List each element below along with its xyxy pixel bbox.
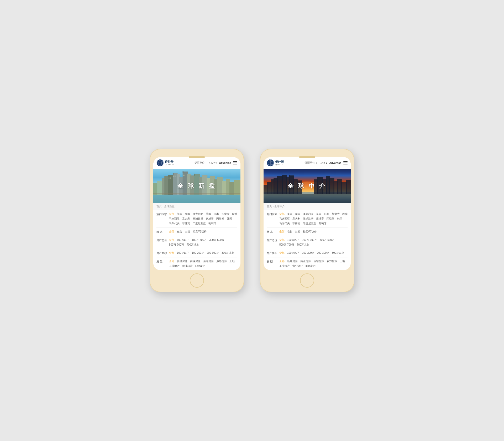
filter-tag-13[interactable]: 韩国 (227, 217, 232, 221)
filter-tag-14[interactable]: 马尔代夫 (169, 222, 180, 225)
filter-tag-2[interactable]: 100万-300万 (302, 238, 317, 242)
filter-tag-1[interactable]: 100万以下 (287, 238, 300, 242)
filter-tag-3[interactable]: 澳大利亚 (193, 212, 203, 216)
filter-tag-0[interactable]: 全部 (279, 238, 285, 242)
filter-tag-4[interactable]: 300㎡以上 (222, 251, 234, 255)
filter-tag-3[interactable]: 住宅房源 (313, 260, 324, 263)
filter-tag-1[interactable]: 100㎡以下 (177, 251, 189, 255)
filter-tag-0[interactable]: 全部 (169, 230, 174, 234)
filter-tag-8[interactable]: 马来西亚 (169, 217, 180, 221)
filter-tag-0[interactable]: 全部 (169, 212, 174, 216)
filter-tag-3[interactable]: 300万-500万 (319, 238, 334, 242)
menu-icon[interactable] (343, 161, 348, 164)
filter-tag-1[interactable]: 新建房源 (177, 260, 187, 263)
filter-tag-3[interactable]: 300万-500万 (209, 238, 224, 242)
filter-tag-5[interactable]: 日本 (214, 212, 219, 216)
filter-tag-6[interactable]: 工业地产 (169, 264, 180, 268)
filter-tag-1[interactable]: 100万以下 (177, 238, 189, 242)
filter-tag-3[interactable]: 住宅房源 (203, 260, 214, 263)
filter-tag-1[interactable]: 在售 (287, 230, 292, 234)
filter-tag-16[interactable]: 印度尼西亚 (303, 222, 316, 225)
filter-row-3: 房产面积全部100㎡以下100-200㎡200-300㎡300㎡以上 (267, 249, 348, 257)
filter-tag-3[interactable]: 200-300㎡ (317, 251, 329, 255)
filter-tag-15[interactable]: 菲律宾 (182, 222, 190, 225)
filter-tag-1[interactable]: 100㎡以下 (287, 251, 300, 255)
filter-tags: 全部美国泰国澳大利亚英国日本加拿大希腊马来西亚意大利塞浦路斯柬埔寨阿联酋韩国马尔… (169, 212, 237, 225)
filter-tag-8[interactable]: luxe豪宅 (306, 264, 316, 268)
filter-tag-2[interactable]: 出租 (295, 230, 300, 234)
breadcrumb-home[interactable]: 首页 (267, 205, 272, 208)
filter-tag-4[interactable]: 乡郊房源 (216, 260, 227, 263)
filter-tag-1[interactable]: 美国 (287, 212, 292, 216)
svg-rect-5 (153, 195, 240, 203)
filter-tag-17[interactable]: 葡萄牙 (208, 222, 216, 225)
filter-tag-2[interactable]: 泰国 (295, 212, 300, 216)
advertise-button[interactable]: Advertise (329, 162, 341, 164)
filter-tag-4[interactable]: 英国 (206, 212, 211, 216)
filter-tag-8[interactable]: luxe豪宅 (195, 264, 205, 268)
filter-tag-0[interactable]: 全部 (279, 212, 285, 216)
filter-tag-6[interactable]: 加拿大 (332, 212, 340, 216)
currency-select[interactable]: CNY ▾ (320, 162, 327, 164)
filter-tag-5[interactable]: 700万以上 (187, 243, 199, 247)
filter-tag-10[interactable]: 塞浦路斯 (193, 217, 203, 221)
filter-tag-7[interactable]: 希腊 (342, 212, 348, 216)
filter-tag-2[interactable]: 出租 (185, 230, 190, 234)
filter-tag-11[interactable]: 柬埔寨 (316, 217, 324, 221)
filter-tag-3[interactable]: 澳大利亚 (303, 212, 313, 216)
filter-tag-3[interactable]: 拍卖/可议价 (303, 230, 317, 234)
filter-tag-9[interactable]: 意大利 (182, 217, 190, 221)
filter-tag-2[interactable]: 100-200㎡ (302, 251, 314, 255)
filter-tag-2[interactable]: 泰国 (185, 212, 190, 216)
filter-tag-7[interactable]: 营业转让 (182, 264, 193, 268)
filter-tag-8[interactable]: 马来西亚 (279, 217, 290, 221)
filter-tag-7[interactable]: 希腊 (232, 212, 237, 216)
filter-tag-4[interactable]: 500万-700万 (279, 243, 294, 247)
filter-tag-16[interactable]: 印度尼西亚 (193, 222, 206, 225)
advertise-button[interactable]: Advertise (219, 162, 231, 164)
filter-tag-0[interactable]: 全部 (169, 260, 174, 263)
filter-tag-2[interactable]: 100万-300万 (192, 238, 207, 242)
filter-tag-4[interactable]: 500万-700万 (169, 243, 184, 247)
filter-tag-17[interactable]: 葡萄牙 (319, 222, 327, 225)
filter-tag-12[interactable]: 阿联酋 (327, 217, 334, 221)
filter-tag-1[interactable]: 在售 (177, 230, 182, 234)
filter-tag-0[interactable]: 全部 (169, 251, 174, 255)
breadcrumb-home[interactable]: 首页 (156, 205, 162, 208)
filter-tag-2[interactable]: 商业房源 (300, 260, 311, 263)
filter-tag-6[interactable]: 工业地产 (279, 264, 290, 268)
filter-tag-0[interactable]: 全部 (279, 230, 285, 234)
filter-tag-5[interactable]: 日本 (324, 212, 329, 216)
filter-tag-0[interactable]: 全部 (279, 251, 285, 255)
filter-tag-5[interactable]: 土地 (340, 260, 345, 263)
filter-tags: 全部在售出租拍卖/可议价 (169, 230, 237, 234)
filter-tag-13[interactable]: 韩国 (337, 217, 342, 221)
filter-tag-2[interactable]: 100-200㎡ (192, 251, 204, 255)
filter-tag-0[interactable]: 全部 (169, 238, 174, 242)
filter-tag-0[interactable]: 全部 (279, 260, 285, 263)
filter-tag-1[interactable]: 新建房源 (287, 260, 298, 263)
currency-select[interactable]: CNY ▾ (209, 162, 217, 164)
filter-tag-1[interactable]: 美国 (177, 212, 182, 216)
filter-tag-2[interactable]: 商业房源 (190, 260, 201, 263)
filter-tag-9[interactable]: 意大利 (292, 217, 300, 221)
filter-tag-3[interactable]: 拍卖/可议价 (193, 230, 207, 234)
filter-tag-3[interactable]: 200-300㎡ (207, 251, 219, 255)
filter-tag-14[interactable]: 马尔代夫 (279, 222, 290, 225)
filter-tag-4[interactable]: 英国 (316, 212, 321, 216)
menu-icon[interactable] (233, 161, 237, 164)
svg-rect-30 (234, 180, 240, 195)
filter-tag-4[interactable]: 300㎡以上 (332, 251, 344, 255)
filter-tag-7[interactable]: 营业转让 (292, 264, 303, 268)
filter-tag-6[interactable]: 加拿大 (222, 212, 229, 216)
phone-screen: 侨外居QIAOJU货币单位：CNY ▾Advertise (264, 157, 351, 270)
filter-tag-15[interactable]: 菲律宾 (292, 222, 300, 225)
filter-tag-11[interactable]: 柬埔寨 (206, 217, 214, 221)
filter-tag-4[interactable]: 乡郊房源 (327, 260, 337, 263)
filter-label: 房 型 (267, 260, 278, 263)
filter-tag-5[interactable]: 700万以上 (297, 243, 309, 247)
filter-tag-5[interactable]: 土地 (229, 260, 235, 263)
filter-tag-12[interactable]: 阿联酋 (216, 217, 224, 221)
breadcrumb-sep: › (272, 205, 274, 208)
filter-tag-10[interactable]: 塞浦路斯 (303, 217, 313, 221)
